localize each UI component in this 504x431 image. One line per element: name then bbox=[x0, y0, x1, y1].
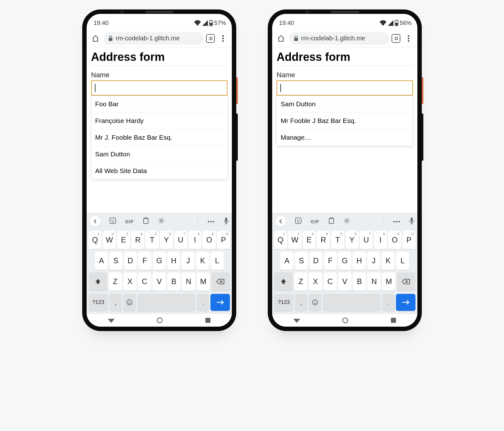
key-k[interactable]: K bbox=[196, 252, 209, 270]
key-q[interactable]: Q1 bbox=[274, 231, 287, 249]
key-p[interactable]: P0 bbox=[217, 231, 230, 249]
key-e[interactable]: E3 bbox=[117, 231, 130, 249]
key-r[interactable]: R4 bbox=[131, 231, 144, 249]
overflow-menu[interactable] bbox=[403, 35, 414, 42]
key-k[interactable]: K bbox=[381, 252, 395, 270]
key-symbols[interactable]: ?123 bbox=[274, 294, 294, 311]
suggest-item[interactable]: Mr J. Fooble Baz Bar Esq. bbox=[91, 129, 227, 146]
key-s[interactable]: S bbox=[295, 252, 308, 270]
key-a[interactable]: A bbox=[280, 252, 294, 270]
gif-button[interactable]: GIF bbox=[311, 219, 319, 224]
key-l[interactable]: L bbox=[396, 252, 409, 270]
nav-back[interactable] bbox=[108, 318, 115, 323]
key-j[interactable]: J bbox=[181, 252, 195, 270]
kbd-collapse[interactable] bbox=[90, 216, 100, 227]
tab-switcher[interactable]: :D bbox=[392, 34, 400, 43]
sticker-button[interactable] bbox=[295, 217, 302, 225]
omnibox[interactable]: rm-codelab-1.glitch.me bbox=[289, 32, 389, 45]
key-j[interactable]: J bbox=[367, 252, 380, 270]
key-u[interactable]: U7 bbox=[174, 231, 187, 249]
key-h[interactable]: H bbox=[167, 252, 180, 270]
key-t[interactable]: T5 bbox=[146, 231, 158, 249]
key-g[interactable]: G bbox=[153, 252, 166, 270]
key-y[interactable]: Y6 bbox=[160, 231, 173, 249]
key-f[interactable]: F bbox=[138, 252, 152, 270]
key-c[interactable]: C bbox=[138, 272, 152, 291]
key-enter[interactable] bbox=[210, 294, 230, 311]
gif-button[interactable]: GIF bbox=[125, 219, 134, 224]
key-x[interactable]: X bbox=[309, 272, 322, 291]
mic-button[interactable] bbox=[409, 217, 414, 225]
key-z[interactable]: Z bbox=[294, 272, 308, 291]
more-button[interactable] bbox=[393, 218, 400, 224]
settings-button[interactable] bbox=[158, 217, 165, 225]
key-symbols[interactable]: ?123 bbox=[89, 294, 108, 311]
home-button[interactable] bbox=[275, 35, 287, 42]
key-b[interactable]: B bbox=[353, 272, 366, 291]
suggest-item[interactable]: All Web Site Data bbox=[91, 163, 227, 179]
key-space[interactable] bbox=[323, 294, 381, 311]
key-o[interactable]: O9 bbox=[388, 231, 401, 249]
key-z[interactable]: Z bbox=[109, 272, 122, 291]
key-s[interactable]: S bbox=[109, 252, 123, 270]
key-period[interactable]: . bbox=[197, 294, 209, 311]
key-m[interactable]: M bbox=[197, 272, 210, 291]
kbd-collapse[interactable] bbox=[275, 216, 286, 227]
nav-recents[interactable] bbox=[205, 317, 211, 323]
key-e[interactable]: E3 bbox=[303, 231, 316, 249]
key-c[interactable]: C bbox=[324, 272, 337, 291]
key-emoji[interactable] bbox=[123, 294, 136, 311]
key-backspace[interactable] bbox=[397, 272, 415, 291]
key-l[interactable]: L bbox=[210, 252, 224, 270]
key-g[interactable]: G bbox=[338, 252, 352, 270]
key-m[interactable]: M bbox=[382, 272, 396, 291]
key-n[interactable]: N bbox=[182, 272, 195, 291]
tab-switcher[interactable]: :D bbox=[206, 34, 215, 43]
sticker-button[interactable] bbox=[109, 217, 116, 225]
clipboard-button[interactable] bbox=[143, 217, 149, 225]
key-comma[interactable]: , bbox=[295, 294, 307, 311]
suggest-item[interactable]: Foo Bar bbox=[91, 96, 227, 113]
key-f[interactable]: F bbox=[324, 252, 337, 270]
power-button[interactable] bbox=[236, 77, 238, 104]
key-enter[interactable] bbox=[396, 294, 415, 311]
key-period[interactable]: . bbox=[382, 294, 395, 311]
key-v[interactable]: V bbox=[152, 272, 166, 291]
more-button[interactable] bbox=[207, 218, 215, 224]
nav-home[interactable] bbox=[342, 317, 348, 323]
key-b[interactable]: B bbox=[167, 272, 181, 291]
key-i[interactable]: I8 bbox=[188, 231, 201, 249]
key-w[interactable]: W2 bbox=[103, 231, 116, 249]
key-o[interactable]: O9 bbox=[203, 231, 215, 249]
power-button[interactable] bbox=[422, 77, 423, 104]
key-v[interactable]: V bbox=[338, 272, 352, 291]
key-p[interactable]: P0 bbox=[403, 231, 415, 249]
volume-button[interactable] bbox=[422, 114, 423, 161]
nav-recents[interactable] bbox=[391, 317, 396, 323]
key-shift[interactable] bbox=[274, 272, 293, 291]
key-a[interactable]: A bbox=[95, 252, 108, 270]
suggest-item[interactable]: Sam Dutton bbox=[277, 96, 413, 113]
settings-button[interactable] bbox=[343, 217, 350, 225]
name-input[interactable] bbox=[91, 80, 227, 96]
key-d[interactable]: D bbox=[124, 252, 137, 270]
mic-button[interactable] bbox=[224, 217, 229, 225]
key-y[interactable]: Y6 bbox=[346, 231, 358, 249]
key-n[interactable]: N bbox=[367, 272, 381, 291]
key-i[interactable]: I8 bbox=[374, 231, 387, 249]
name-input[interactable] bbox=[277, 80, 413, 96]
omnibox[interactable]: rm-codelab-1.glitch.me bbox=[104, 32, 203, 45]
clipboard-button[interactable] bbox=[328, 217, 335, 225]
key-q[interactable]: Q1 bbox=[89, 231, 101, 249]
key-space[interactable] bbox=[137, 294, 196, 311]
overflow-menu[interactable] bbox=[217, 35, 229, 42]
suggest-item[interactable]: Françoise Hardy bbox=[91, 113, 227, 129]
key-emoji[interactable] bbox=[309, 294, 321, 311]
key-x[interactable]: X bbox=[123, 272, 137, 291]
nav-back[interactable] bbox=[293, 318, 300, 323]
key-shift[interactable] bbox=[89, 272, 107, 291]
key-t[interactable]: T5 bbox=[331, 231, 344, 249]
volume-button[interactable] bbox=[236, 114, 238, 161]
key-d[interactable]: D bbox=[309, 252, 323, 270]
suggest-item[interactable]: Manage… bbox=[277, 129, 413, 146]
